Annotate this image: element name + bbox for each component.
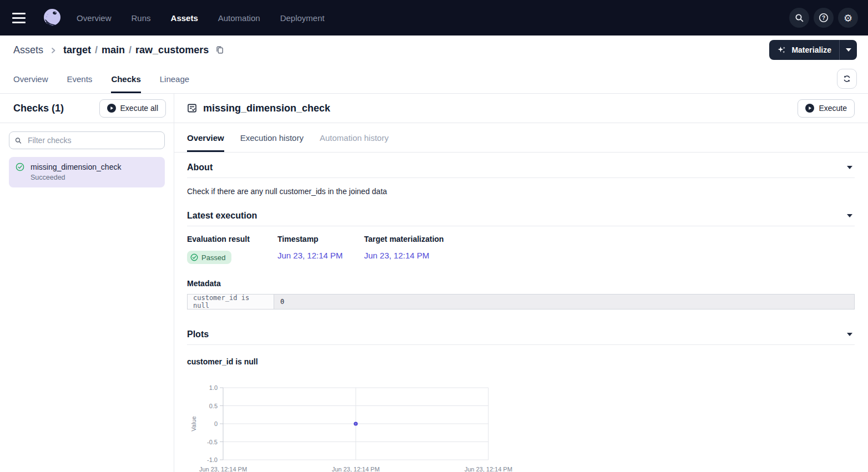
latest-execution-heading: Latest execution bbox=[187, 211, 257, 221]
collapse-about-button[interactable] bbox=[845, 163, 855, 172]
svg-text:0.5: 0.5 bbox=[209, 403, 218, 409]
section-divider bbox=[187, 226, 855, 226]
settings-gear-icon[interactable]: ⚙ bbox=[838, 8, 858, 28]
target-materialization-header: Target materialization bbox=[364, 235, 444, 243]
breadcrumb: Assets target / main / raw_customers Mat… bbox=[0, 35, 868, 64]
tab-overview[interactable]: Overview bbox=[13, 64, 48, 93]
dagster-app: Overview Runs Assets Automation Deployme… bbox=[0, 0, 868, 472]
caret-down-icon bbox=[846, 48, 851, 52]
nav-item-runs[interactable]: Runs bbox=[132, 13, 151, 23]
svg-text:Value: Value bbox=[190, 416, 197, 431]
collapse-plots-button[interactable] bbox=[845, 329, 855, 339]
check-success-icon bbox=[16, 163, 24, 171]
play-icon bbox=[107, 104, 116, 113]
execute-button[interactable]: Execute bbox=[798, 99, 855, 118]
execute-all-button[interactable]: Execute all bbox=[99, 99, 166, 118]
nav-item-overview[interactable]: Overview bbox=[77, 13, 112, 23]
check-success-icon bbox=[190, 253, 198, 261]
metadata-value-cell: 0 bbox=[274, 295, 854, 309]
top-navbar: Overview Runs Assets Automation Deployme… bbox=[0, 0, 868, 35]
check-name: missing_dimension_check bbox=[31, 163, 158, 171]
hamburger-menu-icon[interactable] bbox=[12, 9, 29, 26]
plot-chart: 1.00.50-0.5-1.0Jun 23, 12:14 PMJun 23, 1… bbox=[187, 384, 855, 472]
help-icon[interactable]: ? bbox=[814, 8, 834, 28]
filter-checks-input[interactable] bbox=[27, 135, 159, 145]
check-detail-tab-bar: Overview Execution history Automation hi… bbox=[174, 123, 868, 153]
tab-events[interactable]: Events bbox=[67, 64, 93, 93]
check-description: Check if there are any null customer_ids… bbox=[187, 187, 855, 196]
filter-checks-field bbox=[9, 131, 165, 149]
svg-text:Jun 23, 12:14 PM: Jun 23, 12:14 PM bbox=[465, 466, 512, 472]
caret-down-icon bbox=[847, 333, 852, 336]
caret-down-icon bbox=[847, 166, 852, 169]
check-list-item-selected[interactable]: missing_dimension_check Succeeded bbox=[9, 157, 165, 187]
timestamp-link[interactable]: Jun 23, 12:14 PM bbox=[277, 251, 343, 260]
refresh-button[interactable] bbox=[837, 69, 857, 89]
asset-path-segment[interactable]: target bbox=[63, 44, 91, 56]
timestamp-header: Timestamp bbox=[277, 235, 364, 243]
latest-execution-table: Evaluation result Passed Timestamp Jun 2… bbox=[187, 235, 855, 264]
refresh-icon bbox=[842, 74, 851, 83]
caret-down-icon bbox=[847, 214, 852, 217]
tab-checks[interactable]: Checks bbox=[111, 64, 140, 93]
svg-text:?: ? bbox=[822, 15, 825, 21]
metadata-key-cell: customer_id is null bbox=[188, 295, 274, 309]
collapse-latest-execution-button[interactable] bbox=[845, 211, 855, 221]
copy-icon[interactable] bbox=[215, 45, 224, 54]
materialize-button[interactable]: Materialize bbox=[769, 40, 839, 60]
search-icon[interactable] bbox=[789, 8, 809, 28]
nav-item-deployment[interactable]: Deployment bbox=[280, 13, 325, 23]
metadata-heading: Metadata bbox=[187, 279, 855, 288]
evaluation-result-header: Evaluation result bbox=[187, 235, 277, 243]
tab-check-overview[interactable]: Overview bbox=[187, 123, 224, 152]
navbar-actions: ? ⚙ bbox=[789, 8, 858, 28]
svg-text:-0.5: -0.5 bbox=[207, 439, 218, 445]
search-icon bbox=[15, 137, 22, 144]
tab-lineage[interactable]: Lineage bbox=[160, 64, 189, 93]
plot-title: customer_id is null bbox=[187, 357, 855, 366]
section-divider bbox=[187, 177, 855, 178]
tab-execution-history[interactable]: Execution history bbox=[240, 123, 304, 152]
check-detail-panel: missing_dimension_check Execute Overview… bbox=[174, 94, 868, 472]
svg-text:1.0: 1.0 bbox=[209, 384, 218, 391]
asset-tab-bar: Overview Events Checks Lineage bbox=[0, 64, 868, 94]
tab-automation-history[interactable]: Automation history bbox=[320, 123, 388, 152]
play-icon bbox=[805, 104, 814, 113]
plots-heading: Plots bbox=[187, 329, 209, 339]
asset-check-icon bbox=[187, 103, 197, 113]
checks-count-title: Checks (1) bbox=[13, 103, 64, 114]
primary-nav: Overview Runs Assets Automation Deployme… bbox=[77, 13, 325, 23]
target-materialization-link[interactable]: Jun 23, 12:14 PM bbox=[364, 251, 430, 260]
asset-key-path: target / main / raw_customers bbox=[63, 44, 209, 56]
materialize-split-button: Materialize bbox=[769, 40, 857, 60]
asset-path-segment[interactable]: raw_customers bbox=[135, 44, 209, 56]
nav-item-assets[interactable]: Assets bbox=[171, 13, 198, 23]
about-heading: About bbox=[187, 163, 213, 172]
check-status: Succeeded bbox=[31, 174, 158, 181]
svg-text:Jun 23, 12:14 PM: Jun 23, 12:14 PM bbox=[199, 466, 247, 472]
materialize-dropdown-button[interactable] bbox=[839, 40, 857, 60]
plot-chart-svg: 1.00.50-0.5-1.0Jun 23, 12:14 PMJun 23, 1… bbox=[187, 384, 531, 472]
path-separator: / bbox=[129, 44, 132, 56]
section-divider bbox=[187, 344, 855, 345]
asset-path-segment[interactable]: main bbox=[102, 44, 125, 56]
path-separator: / bbox=[95, 44, 98, 56]
svg-text:Jun 23, 12:14 PM: Jun 23, 12:14 PM bbox=[332, 466, 380, 472]
svg-text:0: 0 bbox=[214, 420, 218, 427]
metadata-table: customer_id is null 0 bbox=[187, 294, 855, 309]
svg-text:-1.0: -1.0 bbox=[207, 456, 218, 463]
breadcrumb-assets-link[interactable]: Assets bbox=[13, 44, 43, 56]
checks-sidebar: Checks (1) Execute all missing_dimension… bbox=[0, 94, 174, 472]
sparkle-icon bbox=[777, 45, 786, 55]
dagster-logo-icon[interactable] bbox=[41, 7, 63, 29]
materialize-label: Materialize bbox=[791, 45, 831, 54]
passed-status-badge: Passed bbox=[187, 251, 231, 264]
chevron-right-icon bbox=[50, 47, 57, 54]
check-detail-title: missing_dimension_check bbox=[203, 103, 330, 114]
nav-item-automation[interactable]: Automation bbox=[218, 13, 260, 23]
